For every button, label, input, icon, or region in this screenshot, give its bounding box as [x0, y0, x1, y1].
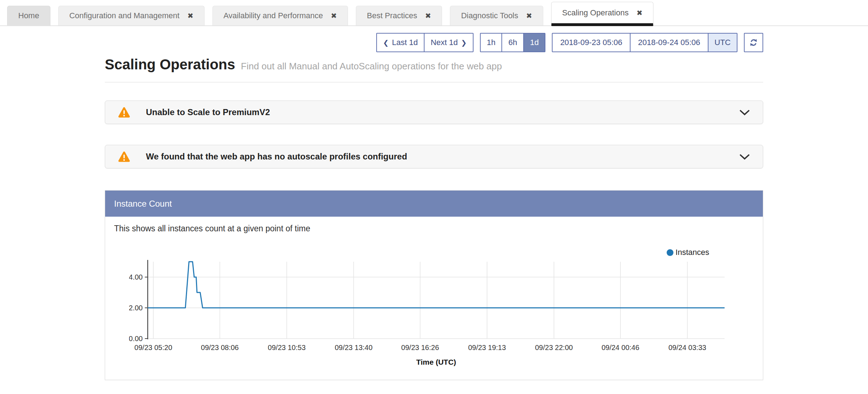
svg-text:4.00: 4.00 — [129, 273, 143, 281]
prev-period-label: Last 1d — [392, 38, 418, 47]
tab-label: Configuration and Management — [69, 11, 180, 20]
header-divider — [105, 82, 763, 83]
instance-count-chart: 09/23 05:2009/23 08:0609/23 10:5309/23 1… — [129, 255, 737, 373]
end-time-button[interactable]: 2018-09-24 05:06 — [630, 34, 708, 51]
svg-text:09/23 13:40: 09/23 13:40 — [335, 344, 373, 351]
tab-configuration-and-management[interactable]: Configuration and Management ✖ — [58, 6, 205, 25]
svg-text:09/23 22:00: 09/23 22:00 — [535, 344, 573, 351]
tab-home[interactable]: Home — [7, 6, 50, 25]
panel-title: Instance Count — [114, 199, 172, 209]
tab-diagnostic-tools[interactable]: Diagnostic Tools ✖ — [450, 6, 543, 25]
close-icon[interactable]: ✖ — [637, 9, 643, 16]
chevron-right-icon: ❯ — [461, 39, 467, 47]
tab-label: Best Practices — [367, 11, 417, 20]
date-range-group: 2018-09-23 05:06 2018-09-24 05:06 UTC — [552, 33, 737, 52]
refresh-icon — [749, 38, 759, 48]
close-icon[interactable]: ✖ — [526, 12, 532, 19]
next-period-label: Next 1d — [431, 38, 458, 47]
duration-group: 1h 6h 1d — [480, 33, 545, 52]
insight-no-autoscale-profiles[interactable]: We found that the web app has no autosca… — [105, 145, 763, 168]
time-range-toolbar: ❮ Last 1d Next 1d ❯ 1h 6h 1d 2018-09-23 … — [376, 33, 763, 52]
svg-text:0.00: 0.00 — [129, 335, 143, 343]
tab-availability-and-performance[interactable]: Availability and Performance ✖ — [212, 6, 348, 25]
tab-scaling-operations[interactable]: Scaling Operations ✖ — [551, 2, 654, 26]
next-period-button[interactable]: Next 1d ❯ — [424, 34, 473, 51]
prev-period-button[interactable]: ❮ Last 1d — [377, 34, 424, 51]
tab-label: Scaling Operations — [562, 8, 629, 18]
svg-text:2.00: 2.00 — [129, 304, 143, 312]
close-icon[interactable]: ✖ — [331, 12, 337, 19]
start-time-button[interactable]: 2018-09-23 05:06 — [553, 34, 630, 51]
tab-best-practices[interactable]: Best Practices ✖ — [356, 6, 442, 25]
svg-text:09/23 05:20: 09/23 05:20 — [134, 344, 172, 351]
warning-icon — [118, 107, 130, 118]
expand-toggle[interactable] — [739, 109, 750, 115]
instance-count-panel-header: Instance Count — [105, 191, 763, 217]
svg-text:09/23 08:06: 09/23 08:06 — [201, 344, 239, 351]
instance-count-panel: Instance Count This shows all instances … — [105, 190, 763, 380]
expand-toggle[interactable] — [739, 154, 750, 160]
svg-text:09/24 00:46: 09/24 00:46 — [602, 344, 639, 351]
close-icon[interactable]: ✖ — [187, 12, 193, 19]
panel-description: This shows all instances count at a give… — [114, 224, 763, 233]
tab-label: Diagnostic Tools — [461, 11, 518, 20]
chevron-down-icon — [739, 154, 750, 160]
chevron-left-icon: ❮ — [383, 39, 389, 47]
page-subtitle: Find out all Manual and AutoScaling oper… — [241, 61, 502, 72]
svg-text:09/23 16:26: 09/23 16:26 — [401, 344, 439, 351]
warning-icon — [118, 151, 130, 162]
tab-label: Home — [18, 11, 39, 20]
page-title: Scaling Operations — [105, 56, 235, 73]
refresh-button[interactable] — [744, 33, 763, 52]
timezone-badge: UTC — [708, 34, 737, 51]
duration-6h-button[interactable]: 6h — [501, 34, 523, 51]
chevron-down-icon — [739, 109, 750, 115]
duration-1h-button[interactable]: 1h — [481, 34, 501, 51]
insight-title: We found that the web app has no autosca… — [146, 152, 407, 162]
close-icon[interactable]: ✖ — [425, 12, 431, 19]
svg-text:09/23 10:53: 09/23 10:53 — [268, 344, 306, 351]
svg-text:09/23 19:13: 09/23 19:13 — [468, 344, 506, 351]
svg-text:Time (UTC): Time (UTC) — [416, 358, 456, 366]
scaling-operations-page: { "tabs": { "items": [ { "label": "Home"… — [0, 0, 868, 394]
time-step-group: ❮ Last 1d Next 1d ❯ — [376, 33, 474, 52]
page-header: Scaling Operations Find out all Manual a… — [105, 56, 502, 73]
svg-text:09/24 03:33: 09/24 03:33 — [668, 344, 706, 351]
insight-title: Unable to Scale to PremiumV2 — [146, 107, 270, 117]
insight-unable-to-scale[interactable]: Unable to Scale to PremiumV2 — [105, 100, 763, 124]
tab-bar: Home Configuration and Management ✖ Avai… — [0, 0, 868, 26]
tab-label: Availability and Performance — [224, 11, 323, 20]
duration-1d-button[interactable]: 1d — [523, 34, 545, 51]
